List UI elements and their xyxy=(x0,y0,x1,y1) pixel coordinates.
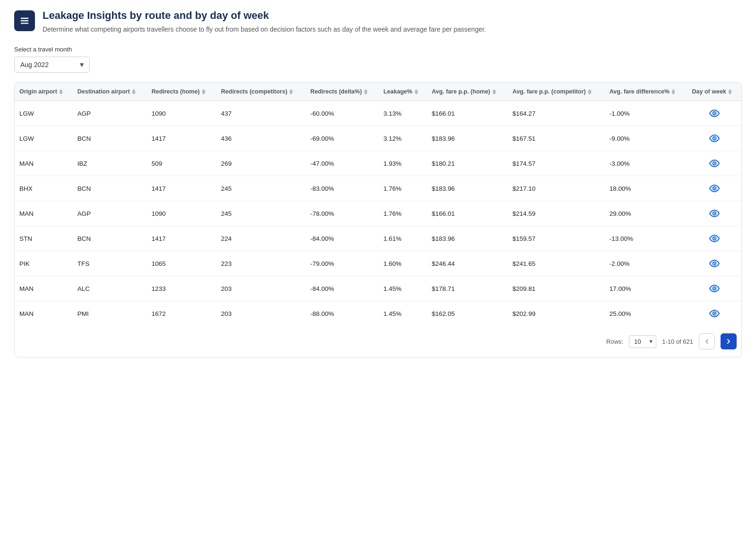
cell-origin: MAN xyxy=(15,276,73,301)
cell-redirects_home: 1417 xyxy=(147,126,216,151)
day-of-week-eye-button[interactable] xyxy=(692,133,737,144)
sort-arrows-delta xyxy=(364,89,368,94)
cell-destination: IBZ xyxy=(73,151,147,176)
cell-origin: MAN xyxy=(15,301,73,326)
cell-redirects_delta: -88.00% xyxy=(306,301,379,326)
day-of-week-eye-button[interactable] xyxy=(692,283,737,294)
sort-down-icon xyxy=(289,92,293,94)
cell-redirects_competitors: 203 xyxy=(216,276,306,301)
col-redirects-competitors-label: Redirects (competitors) xyxy=(221,88,287,95)
table-row: BHXBCN1417245-83.00%1.76%$183.96$217.101… xyxy=(15,176,741,201)
sort-up-icon xyxy=(492,89,496,92)
col-redirects-delta-label: Redirects (delta%) xyxy=(310,88,362,95)
cell-redirects_competitors: 224 xyxy=(216,226,306,251)
cell-redirects_delta: -60.00% xyxy=(306,101,379,126)
cell-leakage: 1.61% xyxy=(378,226,427,251)
page-info: 1-10 of 621 xyxy=(662,338,693,345)
col-avg-fare-home[interactable]: Avg. fare p.p. (home) xyxy=(427,83,508,101)
sort-up-icon xyxy=(202,89,206,92)
cell-destination: BCN xyxy=(73,176,147,201)
cell-leakage: 3.12% xyxy=(378,126,427,151)
eye-icon xyxy=(709,108,720,119)
cell-avg_fare_diff: -3.00% xyxy=(605,151,687,176)
col-leakage[interactable]: Leakage% xyxy=(378,83,427,101)
col-destination-airport[interactable]: Destination airport xyxy=(73,83,147,101)
month-select[interactable]: Jan 2022 Feb 2022 Mar 2022 Apr 2022 May … xyxy=(14,57,90,73)
rows-label: Rows: xyxy=(606,338,623,345)
next-arrow-icon xyxy=(725,338,732,345)
col-avg-fare-competitor[interactable]: Avg. fare p.p. (competitor) xyxy=(508,83,605,101)
cell-redirects_delta: -84.00% xyxy=(306,276,379,301)
cell-redirects_delta: -78.00% xyxy=(306,201,379,226)
filter-section: Select a travel month Jan 2022 Feb 2022 … xyxy=(14,46,742,73)
col-avg-fare-diff[interactable]: Avg. fare difference% xyxy=(605,83,687,101)
pagination-row: Rows: 10 25 50 100 ▼ 1-10 of 621 xyxy=(15,326,741,357)
cell-avg_fare_diff: -2.00% xyxy=(605,251,687,276)
cell-redirects_competitors: 223 xyxy=(216,251,306,276)
cell-origin: MAN xyxy=(15,151,73,176)
cell-origin: BHX xyxy=(15,176,73,201)
cell-leakage: 1.45% xyxy=(378,276,427,301)
eye-icon xyxy=(709,258,720,269)
col-avg-fare-home-label: Avg. fare p.p. (home) xyxy=(432,88,490,95)
table-row: STNBCN1417224-84.00%1.61%$183.96$159.57-… xyxy=(15,226,741,251)
cell-day-of-week xyxy=(687,251,741,276)
sort-arrows-day-of-week xyxy=(728,89,732,94)
col-day-of-week-label: Day of week xyxy=(692,88,726,95)
table-row: MANAGP1090245-78.00%1.76%$166.01$214.592… xyxy=(15,201,741,226)
sort-arrows-avg-fare-diff xyxy=(671,89,675,94)
sort-arrows-redirects-competitors xyxy=(289,89,293,94)
col-redirects-home[interactable]: Redirects (home) xyxy=(147,83,216,101)
svg-point-20 xyxy=(713,313,715,314)
cell-leakage: 1.76% xyxy=(378,201,427,226)
svg-rect-1 xyxy=(21,20,29,21)
cell-redirects_competitors: 245 xyxy=(216,201,306,226)
eye-icon xyxy=(709,308,720,319)
next-page-button[interactable] xyxy=(721,333,737,349)
cell-avg_fare_competitor: $167.51 xyxy=(508,126,605,151)
sort-down-icon xyxy=(59,92,63,94)
prev-page-button[interactable] xyxy=(699,333,715,349)
cell-avg_fare_home: $178.71 xyxy=(427,276,508,301)
svg-point-10 xyxy=(713,188,715,189)
table-row: MANALC1233203-84.00%1.45%$178.71$209.811… xyxy=(15,276,741,301)
table-scroll-area[interactable]: Origin airport Destination airport xyxy=(15,83,741,326)
cell-destination: TFS xyxy=(73,251,147,276)
cell-redirects_home: 1090 xyxy=(147,101,216,126)
sort-up-icon xyxy=(59,89,63,92)
table-row: PIKTFS1065223-79.00%1.60%$246.44$241.65-… xyxy=(15,251,741,276)
prev-arrow-icon xyxy=(703,338,711,345)
day-of-week-eye-button[interactable] xyxy=(692,208,737,219)
day-of-week-eye-button[interactable] xyxy=(692,183,737,194)
sort-down-icon xyxy=(492,92,496,94)
cell-leakage: 1.45% xyxy=(378,301,427,326)
cell-avg_fare_competitor: $174.57 xyxy=(508,151,605,176)
day-of-week-eye-button[interactable] xyxy=(692,233,737,244)
day-of-week-eye-button[interactable] xyxy=(692,308,737,319)
sort-up-icon xyxy=(671,89,675,92)
cell-avg_fare_home: $246.44 xyxy=(427,251,508,276)
day-of-week-eye-button[interactable] xyxy=(692,258,737,269)
col-redirects-competitors[interactable]: Redirects (competitors) xyxy=(216,83,306,101)
day-of-week-eye-button[interactable] xyxy=(692,158,737,169)
sort-arrows-avg-fare-home xyxy=(492,89,496,94)
page-title: Leakage Insights by route and by day of … xyxy=(43,9,742,22)
col-redirects-delta[interactable]: Redirects (delta%) xyxy=(306,83,379,101)
title-block: Leakage Insights by route and by day of … xyxy=(43,9,742,34)
menu-icon-button[interactable] xyxy=(14,10,35,31)
cell-destination: BCN xyxy=(73,126,147,151)
col-day-of-week[interactable]: Day of week xyxy=(687,83,741,101)
cell-redirects_home: 509 xyxy=(147,151,216,176)
sort-up-icon xyxy=(414,89,418,92)
cell-leakage: 1.60% xyxy=(378,251,427,276)
col-origin-airport[interactable]: Origin airport xyxy=(15,83,73,101)
cell-avg_fare_diff: -9.00% xyxy=(605,126,687,151)
sort-down-icon xyxy=(728,92,732,94)
cell-redirects_home: 1090 xyxy=(147,201,216,226)
day-of-week-eye-button[interactable] xyxy=(692,108,737,119)
sort-down-icon xyxy=(671,92,675,94)
rows-per-page-select[interactable]: 10 25 50 100 xyxy=(629,335,656,348)
cell-origin: STN xyxy=(15,226,73,251)
sort-arrows-avg-fare-competitor xyxy=(588,89,592,94)
cell-redirects_delta: -79.00% xyxy=(306,251,379,276)
